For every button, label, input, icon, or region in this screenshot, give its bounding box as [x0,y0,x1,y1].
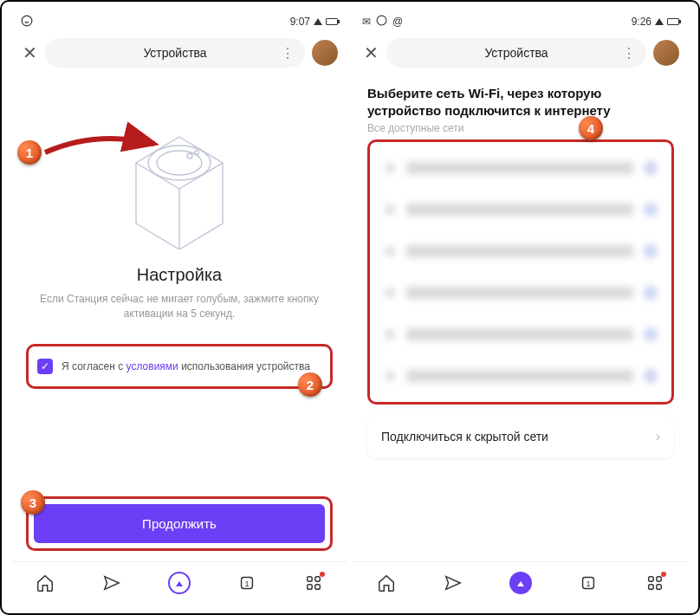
wifi-signal-icon [645,371,656,381]
svg-rect-9 [307,584,312,589]
clock-time: 9:26 [632,16,651,28]
callout-2: 2 [298,372,322,397]
home-icon[interactable] [36,573,55,592]
header-title-pill[interactable]: Устройства ⋮ [45,38,305,68]
app-header: ✕ Устройства ⋮ [353,31,688,74]
battery-icon [326,18,338,25]
terms-agreement-row[interactable]: ✓ Я согласен с условиями использования у… [26,344,333,389]
svg-rect-14 [648,576,653,581]
terms-checkbox[interactable]: ✓ [37,359,53,374]
mail-icon: ✉ [362,16,371,28]
alice-icon[interactable] [168,572,191,594]
svg-rect-7 [307,576,312,581]
close-button[interactable]: ✕ [362,42,379,63]
whatsapp-icon [21,15,33,29]
wifi-network-item[interactable] [370,147,671,189]
svg-rect-10 [315,584,321,589]
phone-left: 9:07 ✕ Устройства ⋮ [12,12,347,603]
svg-point-11 [377,16,386,25]
svg-text:1: 1 [587,579,591,587]
callout-3: 3 [21,490,45,515]
wifi-signal-icon [645,329,656,340]
app-header: ✕ Устройства ⋮ [12,31,347,74]
wifi-signal-icon [645,246,656,256]
send-icon[interactable] [102,573,121,592]
avatar[interactable] [653,40,679,66]
alice-icon[interactable] [509,572,532,594]
signal-icon [655,18,664,25]
wifi-network-list [367,139,674,405]
wifi-signal-icon [645,163,656,173]
clock-time: 9:07 [290,16,310,28]
avatar[interactable] [312,40,338,66]
setup-subtitle: Если Станция сейчас не мигает голубым, з… [26,292,333,321]
wifi-signal-icon [645,288,656,298]
status-bar: ✉ @ 9:26 [353,12,688,31]
svg-rect-16 [648,584,653,589]
hidden-network-label: Подключиться к скрытой сети [381,430,548,443]
continue-button[interactable]: Продолжить [34,504,325,543]
bottom-nav: 1 [353,561,688,603]
phone-right: ✉ @ 9:26 ✕ Устройства ⋮ Выберите сеть Wi… [353,12,688,603]
wifi-heading: Выберите сеть Wi-Fi, через которую устро… [367,85,674,119]
terms-text: Я согласен с условиями использования уст… [62,360,310,372]
signal-icon [314,18,322,25]
wifi-subtitle: Все доступные сети [367,122,674,134]
wifi-network-item[interactable] [370,314,671,355]
at-icon: @ [392,16,403,28]
svg-text:1: 1 [245,579,250,587]
setup-title: Настройка [26,265,333,285]
battery-icon [667,18,679,25]
wifi-signal-icon [645,204,656,215]
svg-rect-15 [657,576,662,581]
callout-1: 1 [17,140,42,165]
services-icon[interactable] [304,573,323,592]
kebab-icon[interactable]: ⋮ [281,45,295,62]
header-title: Устройства [143,46,206,60]
whatsapp-icon [376,15,387,29]
hidden-network-button[interactable]: Подключиться к скрытой сети › [367,415,674,458]
header-title: Устройства [484,46,548,60]
svg-point-3 [187,153,192,159]
bottom-nav: 1 [12,561,347,603]
svg-rect-8 [315,576,321,581]
header-title-pill[interactable]: Устройства ⋮ [386,38,646,68]
svg-point-4 [195,151,199,155]
home-icon[interactable] [377,573,396,592]
tabs-icon[interactable]: 1 [579,573,598,592]
svg-rect-17 [657,584,662,589]
arrow-1 [43,135,165,182]
wifi-network-item[interactable] [370,189,671,230]
status-bar: 9:07 [12,12,347,31]
callout-4: 4 [579,116,603,140]
chevron-right-icon: › [656,429,660,444]
svg-point-0 [22,16,32,26]
send-icon[interactable] [444,573,463,592]
wifi-network-item[interactable] [370,272,671,314]
close-button[interactable]: ✕ [21,42,38,63]
tabs-icon[interactable]: 1 [237,573,256,592]
wifi-network-item[interactable] [370,230,671,272]
services-icon[interactable] [645,573,664,592]
terms-link[interactable]: условиями [126,360,178,372]
kebab-icon[interactable]: ⋮ [622,45,636,62]
wifi-network-item[interactable] [370,355,671,397]
